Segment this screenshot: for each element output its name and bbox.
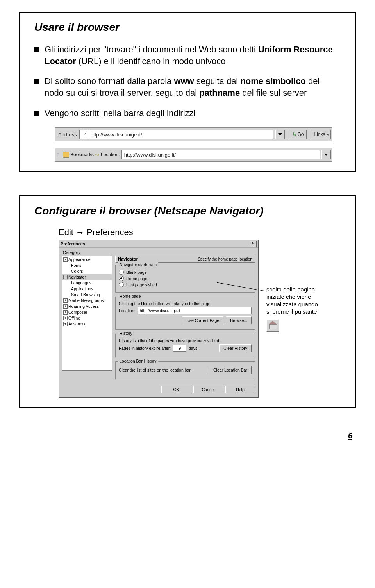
ok-button[interactable]: OK <box>161 386 191 393</box>
radio-blank-row[interactable]: Blank page <box>119 270 252 275</box>
chevron-down-icon <box>278 133 282 136</box>
bullet-url: Gli indirizzi per "trovare" i documenti … <box>34 44 341 67</box>
address-dropdown[interactable] <box>275 130 285 139</box>
cancel-button[interactable]: Cancel <box>193 386 223 393</box>
text: Gli indirizzi per "trovare" i documenti … <box>45 45 258 54</box>
days-label: days <box>189 346 197 350</box>
dialog-right-panel: Navigator Specify the home page location… <box>115 256 255 383</box>
chevron-right-icon: » <box>327 132 328 137</box>
radio-icon <box>119 270 124 275</box>
home-icon <box>269 323 276 328</box>
tree-navigator[interactable]: Navigator <box>68 275 86 279</box>
plus-icon[interactable]: + <box>63 304 68 309</box>
bullet-www: Di solito sono formati dalla parola www … <box>34 75 341 98</box>
group-history: History History is a list of the pages y… <box>115 334 255 357</box>
ie-address-bar: Address e http://www.disi.unige.it/ ↳Go … <box>55 127 332 141</box>
locbar-desc: Clear the list of sites on the location … <box>119 368 191 372</box>
slide1-title: Usare il browser <box>34 21 344 34</box>
panel-header-name: Navigator <box>118 257 138 261</box>
go-label: Go <box>298 132 304 137</box>
text-bold: www <box>174 76 194 86</box>
home-page-desc: Clicking the Home button will take you t… <box>119 301 252 306</box>
tree-roaming[interactable]: Roaming Access <box>68 304 99 309</box>
netscape-icon: ➺ <box>95 152 100 158</box>
category-tree[interactable]: -Appearance Fonts Colors -Navigator Lang… <box>62 256 112 371</box>
plus-icon[interactable]: + <box>63 310 68 315</box>
dialog-buttons: OK Cancel Help <box>62 383 255 394</box>
home-location-input[interactable]: http://www.disi.unige.it <box>138 307 252 314</box>
grip-icon: ⋮ <box>55 152 61 158</box>
category-label: Category: <box>63 250 255 255</box>
location-field[interactable]: http://www.disi.unige.it/ <box>121 150 320 159</box>
bullet-barra: Vengono scritti nella barra degli indiri… <box>34 107 341 119</box>
text-bold: pathname <box>199 88 240 98</box>
browse-button[interactable]: Browse... <box>226 316 252 324</box>
legend: History <box>118 331 134 336</box>
text: Di solito sono formati dalla parola <box>45 76 174 86</box>
legend: Location Bar History <box>118 359 158 363</box>
chevron-down-icon <box>324 154 328 156</box>
minus-icon[interactable]: - <box>63 257 68 262</box>
page-icon: e <box>82 131 89 138</box>
bookmarks-icon <box>63 152 69 158</box>
tree-applications[interactable]: Applications <box>71 286 93 291</box>
home-button[interactable] <box>266 319 279 332</box>
dialog-titlebar: Preferences ✕ <box>59 240 258 248</box>
plus-icon[interactable]: + <box>63 298 68 303</box>
arrow-right-icon: → <box>76 227 84 237</box>
tree-offline[interactable]: Offline <box>68 316 80 320</box>
bookmarks-label[interactable]: Bookmarks <box>70 152 94 157</box>
go-button[interactable]: ↳Go <box>290 130 307 139</box>
group-home-page: Home page Clicking the Home button will … <box>115 297 255 330</box>
page-number: 6 <box>19 431 352 440</box>
address-field[interactable]: e http://www.disi.unige.it/ <box>79 130 273 139</box>
help-button[interactable]: Help <box>225 386 255 393</box>
days-input[interactable]: 9 <box>173 345 186 352</box>
legend: Navigator starts with <box>118 262 158 267</box>
menu-path: Edit → Preferences <box>59 227 344 238</box>
address-label: Address <box>55 132 79 138</box>
slide2-title: Configurare il browser (Netscape Navigat… <box>34 205 344 217</box>
callout-text: scelta della pagina iniziale che viene v… <box>266 286 321 315</box>
group-location-bar-history: Location Bar History Clear the list of s… <box>115 361 255 379</box>
go-icon: ↳ <box>293 132 296 137</box>
plus-icon[interactable]: + <box>63 316 68 320</box>
minus-icon[interactable]: - <box>63 275 68 279</box>
tree-advanced[interactable]: Advanced <box>68 322 87 326</box>
slide-configurare-browser: Configurare il browser (Netscape Navigat… <box>19 195 356 408</box>
expire-label: Pages in history expire after: <box>119 346 171 350</box>
tree-appearance[interactable]: Appearance <box>68 257 91 262</box>
text: seguita dal <box>194 76 241 86</box>
tree-fonts[interactable]: Fonts <box>71 263 81 268</box>
clear-location-bar-button[interactable]: Clear Location Bar <box>209 366 252 374</box>
menu-edit: Edit <box>59 227 73 237</box>
address-url: http://www.disi.unige.it/ <box>91 132 142 138</box>
tree-colors[interactable]: Colors <box>71 269 83 273</box>
separator <box>309 130 309 139</box>
text: del file sul server <box>240 88 307 98</box>
menu-preferences: Preferences <box>87 227 133 237</box>
links-button[interactable]: Links » <box>312 130 331 139</box>
days-value: 9 <box>179 346 181 350</box>
callout-area: scelta della pagina iniziale che viene v… <box>266 240 321 332</box>
tree-smart-browsing[interactable]: Smart Browsing <box>71 292 100 297</box>
text-bold: nome simbolico <box>240 76 305 86</box>
clear-history-button[interactable]: Clear History <box>219 344 252 352</box>
plus-icon[interactable]: + <box>63 322 68 326</box>
links-label: Links <box>314 132 325 137</box>
tree-mail[interactable]: Mail & Newsgroups <box>68 298 104 303</box>
tree-languages[interactable]: Languages <box>71 281 91 285</box>
close-button[interactable]: ✕ <box>250 241 257 247</box>
panel-header: Navigator Specify the home page location <box>115 256 255 263</box>
dialog-title: Preferences <box>61 241 85 246</box>
radio-last-label: Last page visited <box>126 282 157 287</box>
history-desc: History is a list of the pages you have … <box>119 338 252 343</box>
radio-blank-label: Blank page <box>126 270 147 275</box>
location-dropdown[interactable] <box>321 150 331 159</box>
radio-home-row[interactable]: Home page <box>119 276 252 281</box>
separator <box>287 130 288 139</box>
radio-icon <box>119 282 124 287</box>
tree-composer[interactable]: Composer <box>68 310 87 315</box>
use-current-page-button[interactable]: Use Current Page <box>182 316 223 324</box>
location-url: http://www.disi.unige.it/ <box>124 152 176 158</box>
